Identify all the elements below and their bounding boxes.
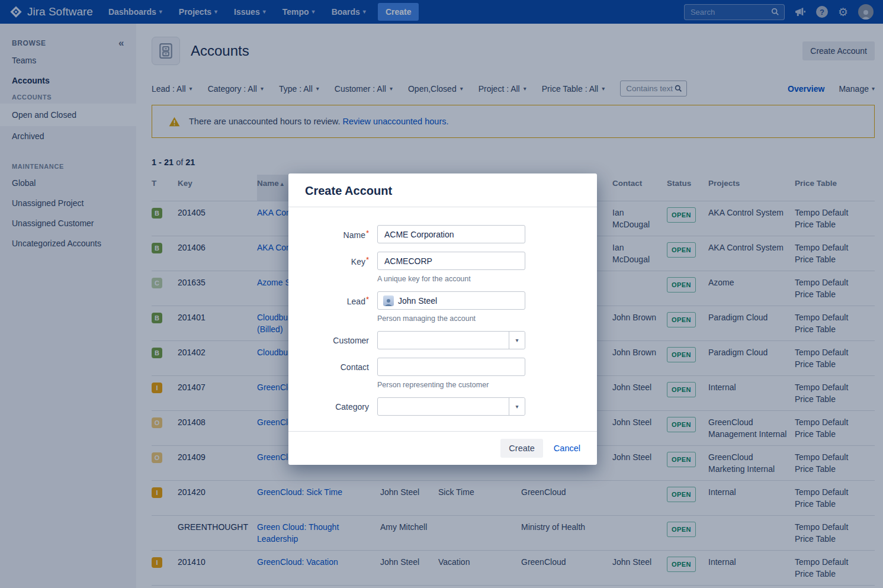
customer-dropdown-caret-icon[interactable]: ▾: [509, 332, 525, 349]
modal-create-button[interactable]: Create: [500, 439, 543, 458]
category-select[interactable]: ▾: [377, 397, 525, 416]
customer-select[interactable]: ▾: [377, 331, 525, 349]
key-field: [377, 252, 525, 270]
lead-value: John Steel: [398, 296, 437, 306]
modal-cancel-link[interactable]: Cancel: [554, 444, 580, 453]
create-account-modal: Create Account Name* Key* A unique key f…: [288, 173, 597, 465]
contact-field-label: Contact: [288, 362, 377, 372]
key-help-text: A unique key for the account: [377, 275, 597, 283]
customer-field-label: Customer: [288, 336, 377, 345]
jira-accounts-screen: Jira Software Dashboards▾ Projects▾ Issu…: [0, 0, 883, 588]
name-field-label: Name*: [288, 229, 377, 240]
lead-help-text: Person managing the account: [377, 314, 597, 323]
lead-avatar: [383, 295, 394, 306]
lead-field-label: Lead*: [288, 295, 377, 306]
contact-help-text: Person representing the customer: [377, 381, 597, 389]
required-asterisk: *: [366, 229, 369, 237]
key-field-label: Key*: [288, 255, 377, 266]
contact-input[interactable]: [383, 362, 519, 372]
name-input[interactable]: [383, 229, 519, 240]
name-field: [377, 225, 525, 243]
contact-field: [377, 358, 525, 376]
modal-footer: Create Cancel: [288, 431, 597, 465]
required-asterisk: *: [366, 255, 369, 264]
key-input[interactable]: [383, 256, 519, 266]
customer-input[interactable]: [383, 335, 519, 346]
category-field-label: Category: [288, 402, 377, 412]
category-dropdown-caret-icon[interactable]: ▾: [509, 398, 525, 415]
required-asterisk: *: [366, 295, 369, 304]
modal-title: Create Account: [305, 184, 392, 197]
lead-field[interactable]: John Steel: [377, 291, 525, 310]
category-input[interactable]: [383, 401, 519, 412]
